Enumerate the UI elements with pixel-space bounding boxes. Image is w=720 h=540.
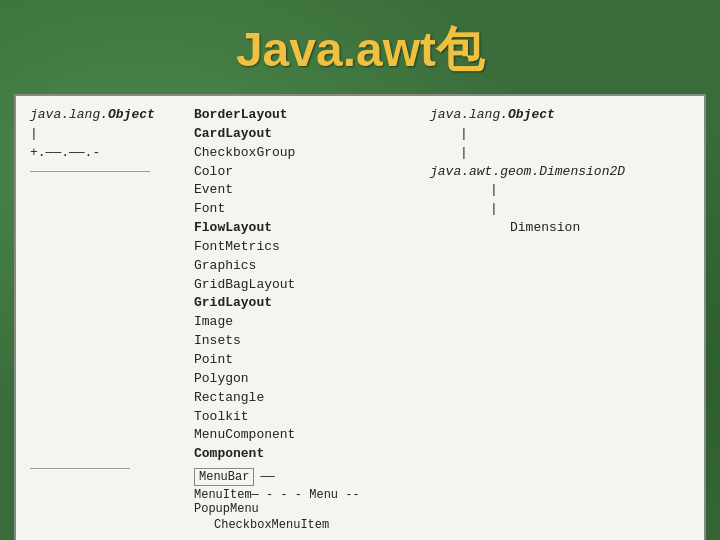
right-dimension: Dimension	[430, 219, 690, 238]
item-fontmetrics: FontMetrics	[194, 238, 420, 257]
object-label-right: Object	[508, 107, 555, 122]
item-event: Event	[194, 181, 420, 200]
menuitem-dash: - - -	[266, 488, 302, 502]
content-inner: java.lang.Object | +.——.——.- BorderLayou…	[30, 106, 690, 464]
item-cardlayout: CardLayout	[194, 125, 420, 144]
bottom-dash-row: ——	[194, 534, 390, 540]
menubar-box: MenuBar	[194, 468, 254, 486]
popupmenu-label: PopupMenu	[194, 502, 259, 516]
menu-label: Menu	[309, 488, 338, 502]
content-box: java.lang.Object | +.——.——.- BorderLayou…	[14, 94, 706, 540]
item-gridbaglayout: GridBagLayout	[194, 276, 420, 295]
left-line2: |	[30, 125, 182, 144]
item-rectangle: Rectangle	[194, 389, 420, 408]
menuitem-row: MenuItem— - - - Menu -- PopupMenu	[194, 488, 390, 516]
item-point: Point	[194, 351, 420, 370]
item-graphics: Graphics	[194, 257, 420, 276]
checkboxmenuitem-label: CheckboxMenuItem	[214, 518, 329, 532]
bottom-section: MenuBar —— MenuItem— - - - Menu -- Popup…	[30, 468, 690, 540]
bottom-left	[30, 468, 190, 540]
right-dim2d: java.awt.geom.Dimension2D	[430, 163, 690, 182]
item-image: Image	[194, 313, 420, 332]
right-tree3: |	[430, 181, 690, 200]
left-divider	[30, 171, 150, 172]
right-javalangobj: java.lang.Object	[430, 106, 690, 125]
title-area: Java.awt包	[0, 0, 720, 94]
right-tree2: |	[430, 144, 690, 163]
left-line3: +.——.——.-	[30, 144, 182, 163]
item-toolkit: Toolkit	[194, 408, 420, 427]
checkboxmenuitem-row: CheckboxMenuItem	[194, 518, 390, 532]
right-tree1: |	[430, 125, 690, 144]
java-lang-obj-left: java.lang.	[30, 107, 108, 122]
menuitem-label: MenuItem—	[194, 488, 259, 502]
object-label-left: Object	[108, 107, 155, 122]
slide-container: Java.awt包 java.lang.Object | +.——.——.- B…	[0, 0, 720, 540]
right-column: java.lang.Object | | java.awt.geom.Dimen…	[420, 106, 690, 464]
item-polygon: Polygon	[194, 370, 420, 389]
item-component: Component	[194, 445, 420, 464]
item-insets: Insets	[194, 332, 420, 351]
item-color: Color	[194, 163, 420, 182]
item-flowlayout: FlowLayout	[194, 219, 420, 238]
item-borderlayout: BorderLayout	[194, 106, 420, 125]
left-column: java.lang.Object | +.——.——.-	[30, 106, 190, 464]
bottom-middle: MenuBar —— MenuItem— - - - Menu -- Popup…	[190, 468, 390, 540]
java-lang-label: java.lang.	[430, 107, 508, 122]
left-line1: java.lang.Object	[30, 106, 182, 125]
bottom-left-divider	[30, 468, 130, 469]
item-menucomponent: MenuComponent	[194, 426, 420, 445]
item-checkboxgroup: CheckboxGroup	[194, 144, 420, 163]
menu-dash: --	[345, 488, 359, 502]
middle-column: BorderLayout CardLayout CheckboxGroup Co…	[190, 106, 420, 464]
right-tree4: |	[430, 200, 690, 219]
menubar-row: MenuBar ——	[194, 468, 390, 486]
slide-title: Java.awt包	[236, 23, 484, 76]
menubar-dash: ——	[260, 470, 274, 484]
item-font: Font	[194, 200, 420, 219]
item-gridlayout: GridLayout	[194, 294, 420, 313]
